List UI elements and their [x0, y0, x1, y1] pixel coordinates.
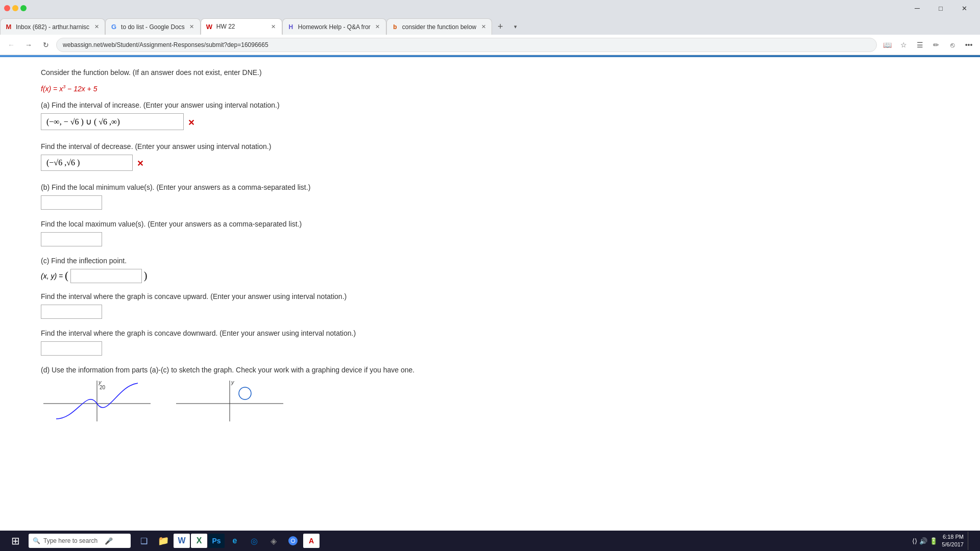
gmail-favicon: M — [5, 23, 13, 31]
outlook-icon[interactable]: ◎ — [245, 532, 263, 550]
tab-homework-help-label: Homework Help - Q&A fror — [298, 23, 371, 31]
battery-icon[interactable]: 🔋 — [929, 537, 938, 545]
tab-gmail-close[interactable]: ✕ — [92, 23, 101, 31]
pen-button[interactable]: ✏ — [929, 38, 943, 52]
maximize-btn[interactable] — [20, 5, 27, 11]
address-text: webassign.net/web/Student/Assignment-Res… — [63, 41, 268, 48]
decrease-answer[interactable]: (−√6 ,√6 ) — [41, 155, 133, 171]
part-a-increase-label: (a) Find the interval of increase. (Ente… — [41, 101, 939, 109]
svg-point-10 — [291, 539, 295, 542]
volume-icon[interactable]: 🔊 — [919, 537, 927, 545]
search-placeholder-text: Type here to search — [43, 537, 97, 544]
concave-up-label: Find the interval where the graph is con… — [41, 292, 939, 300]
taskbar-search[interactable]: 🔍 Type here to search 🎤 — [29, 534, 131, 548]
graph-right: y — [174, 378, 286, 424]
nav-right-controls: 📖 ☆ ☰ ✏ ⎋ ••• — [880, 38, 976, 52]
reader-view-button[interactable]: 📖 — [880, 38, 894, 52]
part-a-increase-block: (a) Find the interval of increase. (Ente… — [41, 101, 939, 132]
concave-down-row — [41, 341, 939, 356]
taskbar: ⊞ 🔍 Type here to search 🎤 ❑ 📁 W X Ps e ◎… — [0, 531, 980, 551]
tab-gdocs[interactable]: G to do list - Google Docs ✕ — [105, 18, 201, 35]
word-icon[interactable]: W — [174, 534, 190, 548]
excel-icon[interactable]: X — [191, 534, 207, 548]
main-content: Consider the function below. (If an answ… — [0, 57, 980, 551]
tab-bar: M Inbox (682) - arthur.harnisc ✕ G to do… — [0, 16, 980, 35]
microphone-icon[interactable]: 🎤 — [105, 537, 113, 545]
tab-homework-help[interactable]: H Homework Help - Q&A fror ✕ — [282, 18, 386, 35]
tab-gmail[interactable]: M Inbox (682) - arthur.harnisc ✕ — [0, 18, 105, 35]
search-icon: 🔍 — [33, 537, 40, 544]
part-b-max-row — [41, 232, 939, 246]
photoshop-icon[interactable]: Ps — [208, 534, 225, 548]
concave-up-input[interactable] — [41, 305, 102, 319]
gdocs-favicon: G — [110, 23, 118, 31]
concave-up-row — [41, 305, 939, 319]
start-button[interactable]: ⊞ — [4, 532, 27, 550]
minimize-btn[interactable] — [12, 5, 18, 11]
concave-up-block: Find the interval where the graph is con… — [41, 292, 939, 319]
close-paren: ) — [144, 270, 148, 282]
acrobat-icon[interactable]: A — [303, 534, 320, 548]
refresh-button[interactable]: ↻ — [39, 38, 53, 52]
bookmark-button[interactable]: ☆ — [896, 38, 911, 52]
tab-hw22-label: HW 22 — [216, 23, 266, 30]
menu-button[interactable]: ☰ — [913, 38, 927, 52]
task-view-button[interactable]: ❑ — [135, 532, 153, 550]
tab-hw22-close[interactable]: ✕ — [270, 22, 278, 31]
part-d-label: (d) Use the information from parts (a)-(… — [41, 366, 939, 374]
file-explorer-icon[interactable]: 📁 — [154, 532, 173, 550]
vscode-icon[interactable]: ◈ — [264, 532, 283, 550]
svg-point-7 — [239, 387, 251, 399]
date-display: 5/6/2017 — [942, 541, 964, 548]
xy-label: (x, y) = — [41, 272, 63, 280]
tab-function-close[interactable]: ✕ — [479, 23, 487, 31]
function-display: f(x) = x3 − 12x + 5 — [41, 84, 939, 93]
decrease-wrong-mark: ✕ — [137, 159, 143, 168]
title-bar: ─ □ ✕ — [0, 0, 980, 16]
new-tab-button[interactable]: + — [492, 18, 508, 35]
time-display: 6:18 PM — [942, 533, 964, 541]
homework-help-favicon: H — [287, 23, 295, 31]
inflection-input[interactable] — [70, 269, 142, 283]
tab-dropdown-button[interactable]: ▾ — [508, 18, 523, 35]
navigation-bar: ← → ↻ webassign.net/web/Student/Assignme… — [0, 35, 980, 55]
part-a-increase-row: (−∞, − √6 ) ∪ ( √6 ,∞) ✕ — [41, 113, 939, 132]
address-bar[interactable]: webassign.net/web/Student/Assignment-Res… — [56, 38, 877, 52]
part-b-max-input[interactable] — [41, 232, 102, 246]
share-button[interactable]: ⎋ — [945, 38, 960, 52]
window-maximize[interactable]: □ — [929, 0, 952, 16]
taskbar-clock[interactable]: 6:18 PM 5/6/2017 — [942, 533, 964, 549]
decrease-block: Find the interval of decrease. (Enter yo… — [41, 142, 939, 173]
close-btn[interactable] — [4, 5, 10, 11]
forward-button[interactable]: → — [21, 38, 36, 52]
tab-function[interactable]: b consider the function below ✕ — [386, 18, 492, 35]
window-minimize[interactable]: ─ — [905, 0, 929, 16]
window-close[interactable]: ✕ — [952, 0, 976, 16]
part-d-block: (d) Use the information from parts (a)-(… — [41, 366, 939, 424]
network-icon[interactable]: ⟨⟩ — [912, 537, 917, 545]
part-a-increase-answer[interactable]: (−∞, − √6 ) ∪ ( √6 ,∞) — [41, 113, 184, 130]
tab-gdocs-close[interactable]: ✕ — [188, 23, 196, 31]
concave-down-block: Find the interval where the graph is con… — [41, 329, 939, 356]
part-c-label: (c) Find the inflection point. — [41, 257, 939, 265]
back-button[interactable]: ← — [4, 38, 18, 52]
concave-down-input[interactable] — [41, 341, 102, 356]
chrome-icon[interactable] — [284, 532, 302, 550]
tab-homework-help-close[interactable]: ✕ — [374, 23, 382, 31]
hw22-favicon: W — [205, 22, 213, 31]
ie-icon[interactable]: e — [226, 532, 244, 550]
more-button[interactable]: ••• — [962, 38, 976, 52]
open-paren: ( — [65, 270, 68, 282]
graph-left-svg: y 20 — [41, 378, 153, 424]
graph-preview: y 20 y — [41, 378, 939, 424]
part-c-block: (c) Find the inflection point. (x, y) = … — [41, 257, 939, 283]
tab-hw22[interactable]: W HW 22 ✕ — [201, 18, 282, 35]
decrease-row: (−√6 ,√6 ) ✕ — [41, 155, 939, 173]
part-b-min-input[interactable] — [41, 195, 102, 210]
decrease-label: Find the interval of decrease. (Enter yo… — [41, 142, 939, 151]
taskbar-app-icons: ❑ 📁 W X Ps e ◎ ◈ A — [133, 532, 910, 550]
show-desktop-button[interactable] — [968, 532, 974, 550]
tab-function-label: consider the function below — [402, 23, 476, 31]
system-tray-icons: ⟨⟩ 🔊 🔋 — [912, 537, 938, 545]
part-b-max-block: Find the local maximum value(s). (Enter … — [41, 220, 939, 246]
